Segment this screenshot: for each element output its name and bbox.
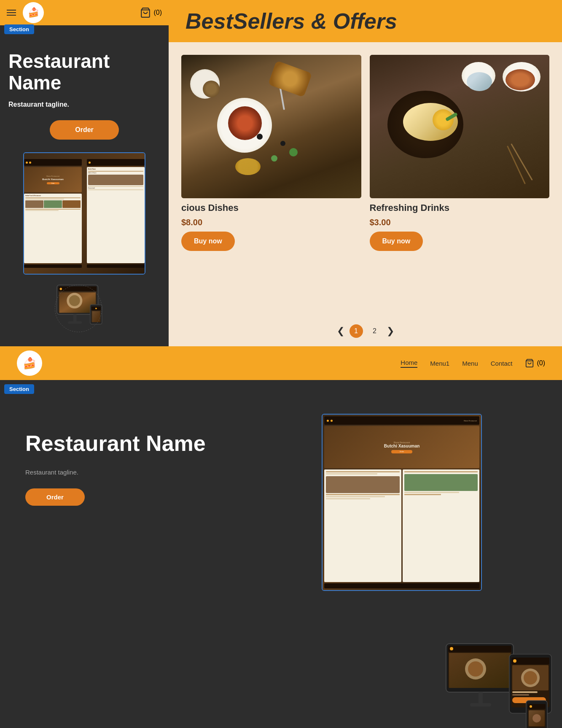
top-bar: 🍰 (0) <box>0 0 169 25</box>
svg-point-4 <box>60 288 62 290</box>
product-image-1 <box>181 55 361 198</box>
svg-point-20 <box>450 647 453 650</box>
product-price-1: $8.00 <box>181 218 361 227</box>
nav-home[interactable]: Home <box>401 359 417 368</box>
nav-cart-icon <box>525 359 534 368</box>
pagination-next[interactable]: ❯ <box>387 326 394 337</box>
pagination: ❮ 1 2 ❯ <box>169 316 562 346</box>
section-badge: Section <box>4 24 34 34</box>
page-1[interactable]: 1 <box>350 324 363 338</box>
page-2[interactable]: 2 <box>368 324 382 338</box>
product-card-1: cious Dishes $8.00 Buy now <box>177 51 366 307</box>
nav-contact[interactable]: Contact <box>491 360 513 367</box>
buy-now-button-2[interactable]: Buy now <box>370 232 423 251</box>
second-section: Section Restaurant Name Restaurant tagli… <box>0 380 562 728</box>
svg-rect-9 <box>68 321 82 324</box>
buy-now-button-1[interactable]: Buy now <box>181 232 235 251</box>
second-monitor-preview <box>444 642 554 728</box>
restaurant-tagline: Restaurant tagline. <box>8 101 160 108</box>
hamburger-icon[interactable] <box>7 10 16 16</box>
monitor-svg <box>53 283 116 338</box>
svg-rect-19 <box>448 646 511 652</box>
nav-cart-count: (0) <box>537 359 545 367</box>
second-tagline: Restaurant tagline. <box>25 469 250 476</box>
second-order-button[interactable]: Order <box>25 488 85 506</box>
svg-rect-3 <box>59 287 97 291</box>
cart-icon <box>140 7 151 18</box>
svg-point-23 <box>468 661 483 677</box>
svg-rect-8 <box>73 314 76 322</box>
products-grid: cious Dishes $8.00 Buy now <box>169 42 562 316</box>
nav-menu1[interactable]: Menu1 <box>430 360 449 367</box>
svg-rect-34 <box>512 694 529 696</box>
svg-point-32 <box>524 671 537 685</box>
second-section-badge: Section <box>4 384 34 394</box>
svg-rect-24 <box>479 692 483 704</box>
right-header: BestSellers & Offers <box>169 0 562 42</box>
monitor-preview <box>53 283 116 338</box>
cart-count: (0) <box>153 9 162 16</box>
second-right: Bästa Restaurant Bästa Restaurant Butchi… <box>267 405 537 591</box>
second-restaurant-name: Restaurant Name <box>25 431 250 456</box>
product-card-2: Refreshing Drinks $3.00 Buy now <box>366 51 554 307</box>
template-preview-inner: Bästa Restaurant Butchi Xasuuman Order S… <box>24 153 145 274</box>
product-name-1: cious Dishes <box>181 202 361 213</box>
left-content: Restaurant Name Restaurant tagline. Orde… <box>0 25 169 346</box>
navbar: 🍰 Home Menu1 Menu Contact (0) <box>0 346 562 380</box>
bottom-nav: Home Menu1 Menu Contact (0) <box>401 359 545 368</box>
top-section: 🍰 (0) Section Restaurant Name Restaurant… <box>0 0 562 346</box>
navbar-logo: 🍰 <box>17 351 42 376</box>
bestsellers-title: BestSellers & Offers <box>186 8 397 34</box>
svg-rect-33 <box>512 691 538 693</box>
svg-point-39 <box>530 705 532 708</box>
logo: 🍰 <box>23 2 44 23</box>
order-button[interactable]: Order <box>50 120 119 140</box>
right-panel: BestSellers & Offers <box>169 0 562 346</box>
second-left: Restaurant Name Restaurant tagline. Orde… <box>25 405 250 506</box>
logo-emoji: 🍰 <box>28 7 39 18</box>
nav-cart[interactable]: (0) <box>525 359 545 368</box>
pagination-prev[interactable]: ❮ <box>337 326 344 337</box>
svg-rect-28 <box>511 658 549 664</box>
left-panel: 🍰 (0) Section Restaurant Name Restaurant… <box>0 0 169 346</box>
product-image-2 <box>370 55 550 198</box>
svg-point-13 <box>95 308 97 310</box>
template-preview-box: Bästa Restaurant Butchi Xasuuman Order S… <box>23 152 145 275</box>
product-name-2: Refreshing Drinks <box>370 202 550 213</box>
navbar-logo-emoji: 🍰 <box>23 357 36 370</box>
restaurant-name: Restaurant Name <box>8 51 160 93</box>
svg-point-29 <box>513 659 516 663</box>
cart-icon-wrap[interactable]: (0) <box>140 7 162 18</box>
svg-point-7 <box>69 295 80 306</box>
product-price-2: $3.00 <box>370 218 550 227</box>
svg-rect-25 <box>470 703 491 706</box>
nav-menu[interactable]: Menu <box>462 360 478 367</box>
second-template-box: Bästa Restaurant Bästa Restaurant Butchi… <box>322 414 482 591</box>
second-monitor-svg <box>444 642 554 728</box>
svg-point-41 <box>532 714 541 723</box>
